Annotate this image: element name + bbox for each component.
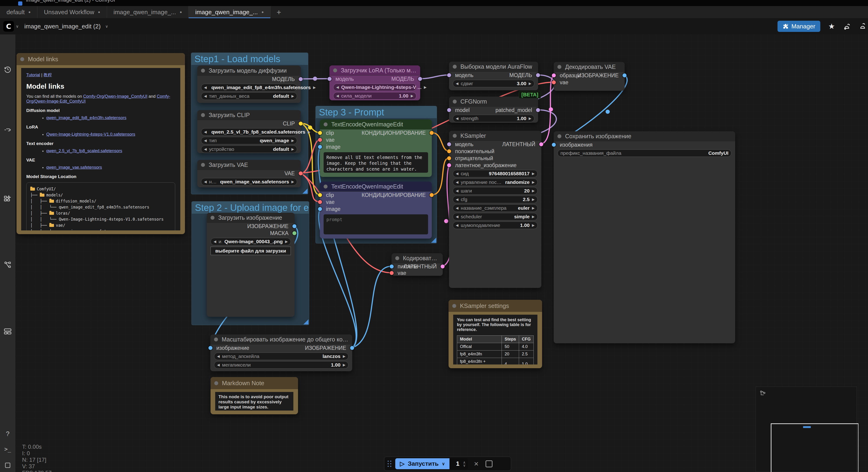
- port-vae-input[interactable]: [390, 271, 394, 275]
- node-load-diffusion-model[interactable]: Загрузить модель диффузии МОДЕЛЬ ◀...qwe…: [197, 66, 301, 103]
- collapse-dot[interactable]: [323, 184, 328, 188]
- batch-count-stepper[interactable]: 1 ∧∨: [450, 458, 468, 469]
- workflows-icon[interactable]: [0, 261, 16, 269]
- widget-filename-prefix[interactable]: префикс_названия_файлаComfyUI: [557, 149, 732, 157]
- port-model-input[interactable]: [447, 73, 451, 77]
- widget-clip-device[interactable]: ◀устройствоdefault▶: [201, 145, 297, 153]
- next-arrow-icon[interactable]: ▶: [313, 85, 316, 90]
- widget-strength[interactable]: ◀strength1.00▶: [453, 115, 534, 122]
- manager-button[interactable]: Manager: [777, 21, 820, 32]
- node-scale-image-total-pixels[interactable]: Масштабировать изображение до общего кол…: [210, 334, 352, 371]
- bell-slash-icon[interactable]: [859, 22, 867, 30]
- group-resize-handle[interactable]: [303, 319, 309, 324]
- comfyui-logo[interactable]: C: [3, 21, 14, 32]
- node-library-icon[interactable]: [0, 194, 16, 203]
- minimap[interactable]: [756, 387, 857, 472]
- widget-upscale-method[interactable]: ◀метод_апскейлаlanczos▶: [214, 353, 348, 360]
- note-ksampler-settings-header[interactable]: KSampler settings: [448, 300, 542, 312]
- terminal-icon[interactable]: >_: [0, 446, 16, 452]
- note-ksampler-settings[interactable]: KSampler settings You can test and find …: [448, 300, 542, 368]
- port-latent-input[interactable]: [447, 164, 451, 167]
- collapse-dot[interactable]: [453, 65, 457, 69]
- widget-seed[interactable]: ◀сид976480016588017▶: [453, 170, 538, 177]
- port-latent-output[interactable]: [539, 142, 543, 146]
- widget-clip-type[interactable]: ◀типqwen_image▶: [201, 137, 297, 144]
- model-file-link[interactable]: qwen_image_edit_fp8_e4m3fn.safetensors: [46, 115, 126, 120]
- model-file-link[interactable]: qwen_2.5_vl_7b_fp8_scaled.safetensors: [46, 148, 122, 153]
- link-toggle-icon[interactable]: [0, 126, 16, 134]
- port-images-input[interactable]: [552, 143, 556, 147]
- node-lora-loader-bypassed[interactable]: Загрузчик LoRA (Только моде... модельМОД…: [330, 65, 420, 100]
- port-clip-input[interactable]: [318, 193, 322, 197]
- widget-weight-dtype[interactable]: ◀тип_данных_весаdefault▶: [201, 92, 297, 100]
- port-vae-input[interactable]: [318, 200, 322, 204]
- widget-ckpt-name[interactable]: ◀...qwen_image_edit_fp8_e4m3fn.safetenso…: [201, 84, 297, 91]
- collapse-dot[interactable]: [452, 304, 456, 308]
- model-file-link[interactable]: qwen_image_vae.safetensors: [46, 165, 102, 170]
- collapse-dot[interactable]: [214, 337, 218, 342]
- node-canvas[interactable]: Step1 - Load models Step 2 - Upload imag…: [0, 34, 868, 472]
- port-pixels-input[interactable]: [390, 265, 394, 269]
- tab-image-qwen-2-active[interactable]: image_qwen_image_... ●: [189, 6, 271, 18]
- node-ksampler[interactable]: KSampler модельЛАТЕНТНЫЙ положительный о…: [449, 131, 541, 288]
- group-resize-handle[interactable]: [431, 238, 436, 243]
- toolbar-drag-handle[interactable]: [388, 461, 392, 467]
- node-vae-encode[interactable]: Кодировать V... пикселиЛАТЕНТНЫЙ vae: [392, 253, 443, 276]
- widget-scheduler[interactable]: ◀schedulersimple▶: [453, 213, 538, 220]
- port-model-output[interactable]: [418, 77, 422, 81]
- frame-icon[interactable]: [0, 462, 16, 469]
- group-step1-header[interactable]: Step1 - Load models: [191, 53, 308, 65]
- widget-denoise[interactable]: ◀шумоподавление1.00▶: [453, 222, 538, 229]
- note-model-links-header[interactable]: Model links: [17, 53, 185, 65]
- widget-megapixels[interactable]: ◀мегапиксели1.00▶: [214, 361, 348, 368]
- run-options-chevron-icon[interactable]: ∨: [442, 461, 445, 466]
- widget-cfg[interactable]: ◀cfg2.5▶: [453, 196, 538, 203]
- node-vae-decode[interactable]: Декодировать VAE образцыИЗОБРАЖЕНИЕ vae: [554, 62, 625, 91]
- bell-icon[interactable]: [843, 22, 851, 30]
- note-markdown-header[interactable]: Markdown Note: [211, 377, 298, 389]
- minimap-viewport[interactable]: [771, 423, 859, 472]
- collapse-dot[interactable]: [323, 122, 328, 126]
- port-model-input[interactable]: [328, 77, 332, 81]
- collapse-dot[interactable]: [201, 69, 205, 72]
- prompt-textarea-empty[interactable]: [323, 214, 428, 234]
- collapse-dot[interactable]: [214, 381, 218, 385]
- node-cfgnorm[interactable]: CFGNorm modelpatched_model ◀strength1.00…: [449, 96, 538, 123]
- menu-chevron-icon[interactable]: ∨: [16, 24, 19, 29]
- port-image-output[interactable]: [292, 224, 297, 228]
- prev-arrow-icon[interactable]: ◀: [204, 85, 207, 90]
- widget-sampler-name[interactable]: ◀название_сэмплераeuler▶: [453, 204, 538, 212]
- port-mask-output[interactable]: [292, 231, 297, 235]
- port-samples-input[interactable]: [552, 73, 556, 78]
- port-clip-input[interactable]: [318, 131, 322, 135]
- history-icon[interactable]: [0, 65, 16, 73]
- new-tab-button[interactable]: +: [271, 6, 287, 18]
- collapse-dot[interactable]: [395, 256, 399, 260]
- group-resize-handle[interactable]: [303, 188, 308, 194]
- port-negative-input[interactable]: [447, 156, 451, 160]
- widget-lora-strength[interactable]: ◀сила_модели1.00▶: [333, 92, 416, 99]
- collapse-dot[interactable]: [453, 134, 457, 138]
- port-vae-input[interactable]: [552, 81, 556, 85]
- port-image-input[interactable]: [318, 207, 322, 211]
- node-text-encode-positive[interactable]: TextEncodeQwenImageEdit clipКОНДИЦИОНИРО…: [320, 119, 432, 177]
- tab-image-qwen-1[interactable]: image_qwen_image_... ●: [107, 6, 189, 18]
- group-step3-header[interactable]: Step 3 - Prompt: [316, 106, 437, 118]
- star-icon[interactable]: ★: [828, 22, 835, 31]
- collapse-dot[interactable]: [201, 113, 205, 117]
- port-conditioning-output[interactable]: [430, 193, 434, 197]
- port-model-output[interactable]: [299, 77, 303, 81]
- tab-default[interactable]: default ●: [0, 6, 37, 18]
- stop-icon[interactable]: [486, 460, 493, 467]
- port-latent-output[interactable]: [441, 265, 444, 269]
- port-vae-input[interactable]: [318, 138, 322, 142]
- port-patched-model-output[interactable]: [536, 108, 540, 112]
- port-vae-output[interactable]: [299, 172, 303, 176]
- tutorial-link[interactable]: Tutorial: [26, 72, 40, 77]
- port-image-output[interactable]: [350, 346, 354, 350]
- note-markdown[interactable]: Markdown Note This node is to avoid poor…: [211, 377, 298, 414]
- collapse-dot[interactable]: [20, 57, 24, 61]
- collapse-dot[interactable]: [557, 134, 561, 138]
- node-text-encode-negative[interactable]: TextEncodeQwenImageEdit clipКОНДИЦИОНИРО…: [320, 181, 432, 239]
- help-icon[interactable]: ?: [0, 430, 16, 438]
